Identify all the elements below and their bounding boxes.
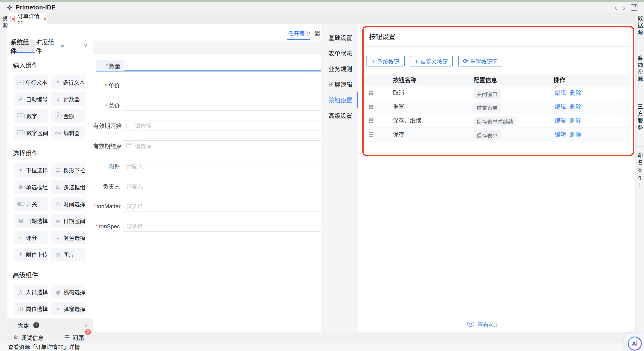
view-api-link[interactable]: 查看Api bbox=[467, 320, 497, 328]
field-input[interactable] bbox=[123, 100, 321, 111]
form-field-row[interactable]: *附件 请输入 bbox=[93, 161, 321, 171]
form-field-row[interactable]: *负责人 请输入 bbox=[93, 181, 321, 191]
tab-clipped[interactable]: 默 bbox=[315, 29, 321, 37]
form-field-row[interactable]: *数量 bbox=[96, 60, 321, 72]
toolbar-button[interactable]: + 自定义按钮 bbox=[410, 56, 453, 67]
tab-order-detail[interactable]: 订单详情22 × bbox=[8, 13, 47, 24]
field-input[interactable] bbox=[123, 80, 321, 90]
delete-link[interactable]: 删除 bbox=[570, 86, 581, 100]
save-icon[interactable] bbox=[631, 4, 638, 11]
component-item[interactable]: 123 数字 bbox=[14, 109, 48, 123]
component-item[interactable]: ▾ 下拉选择 bbox=[14, 163, 48, 177]
tab-close-icon[interactable]: × bbox=[44, 16, 47, 22]
field-input[interactable]: 请输入 bbox=[123, 181, 321, 191]
left-resource-rail: 资源 bbox=[0, 13, 8, 343]
form-field-row[interactable]: *有效期结束 请选择 bbox=[93, 140, 321, 151]
nav-back-icon[interactable]: ‹ bbox=[614, 4, 617, 11]
settings-nav-item[interactable]: 基础设置 bbox=[321, 30, 358, 46]
drag-handle-icon[interactable] bbox=[369, 119, 370, 120]
component-item[interactable]: A 单行文本 bbox=[14, 75, 48, 89]
eye-icon bbox=[467, 321, 474, 327]
required-asterisk: * bbox=[106, 63, 108, 69]
component-item[interactable]: 品 机构选择 bbox=[51, 285, 85, 298]
table-body: 取消 关闭窗口 编辑 删除 重置 重置表单 编辑 删除 保存并继续 保存表单并继… bbox=[364, 86, 630, 142]
component-item[interactable]: ¥ 金额 bbox=[51, 109, 85, 123]
tab-system-components[interactable]: 系统组件 bbox=[10, 40, 35, 53]
chevron-down-icon[interactable]: ∨ bbox=[84, 42, 88, 49]
app-logo-icon: ❖ bbox=[6, 4, 12, 12]
list-icon: ☰ bbox=[65, 334, 70, 341]
component-item[interactable]: ☰ 树形下拉 bbox=[51, 163, 85, 177]
delete-link[interactable]: 删除 bbox=[570, 100, 581, 114]
toolbar-button[interactable]: ⟳ 重置按钮区 bbox=[458, 56, 502, 67]
component-item[interactable]: ▧ 图片 bbox=[51, 248, 85, 261]
settings-nav-item[interactable]: 扩展逻辑 bbox=[321, 77, 358, 92]
component-list: 输入组件 A 单行文本 A 多行文本 # 自动编号 ± 计数器 bbox=[8, 53, 93, 319]
drag-handle-icon[interactable] bbox=[369, 91, 370, 92]
component-item[interactable]: 开关 bbox=[14, 197, 48, 211]
form-field-row[interactable]: *总价 bbox=[93, 100, 321, 111]
component-item[interactable]: ◫ 岗位选择 bbox=[14, 302, 48, 315]
component-item[interactable]: ▦ 日期选择 bbox=[14, 214, 48, 227]
component-item-label: 日期区间 bbox=[63, 217, 85, 225]
component-item[interactable]: ± 计数器 bbox=[51, 92, 85, 106]
tab-lowcode-form[interactable]: 低开表单 bbox=[288, 29, 310, 37]
edit-link[interactable]: 编辑 bbox=[554, 100, 566, 114]
form-field-row[interactable]: *tonSpec 请选择 bbox=[93, 221, 321, 232]
rail-item-datasource[interactable]: 数据源 bbox=[636, 15, 644, 37]
field-input[interactable]: 请选择 bbox=[123, 140, 321, 151]
field-input[interactable] bbox=[124, 61, 321, 71]
component-item[interactable]: ◷ 时间选择 bbox=[51, 197, 85, 211]
field-input[interactable]: 请选择 bbox=[123, 201, 321, 211]
rail-item-thirdparty[interactable]: 三方服务 bbox=[636, 104, 644, 132]
settings-nav-item[interactable]: 高级设置 bbox=[321, 108, 358, 123]
component-item[interactable]: 人 人员选择 bbox=[14, 285, 48, 298]
component-item[interactable]: ◉ 单选框组 bbox=[14, 180, 48, 194]
component-item[interactable]: 1~3 数字区间 bbox=[14, 126, 48, 140]
field-placeholder: 请选择 bbox=[135, 122, 151, 129]
component-item-label: 评分 bbox=[26, 234, 37, 241]
settings-nav-item[interactable]: 按钮设置 bbox=[321, 92, 358, 108]
settings-nav-item[interactable]: 业务规则 bbox=[321, 61, 358, 77]
form-field-row[interactable]: *单价 bbox=[93, 80, 321, 90]
component-item[interactable]: ↥ 附件上传 bbox=[14, 248, 48, 261]
component-item[interactable]: ▤ 日期区间 bbox=[51, 214, 85, 227]
debug-info-button[interactable]: ⚙ 调试信息 bbox=[13, 333, 44, 341]
issues-button[interactable]: ☰ 问题 2 bbox=[65, 333, 84, 341]
component-item[interactable]: # 自动编号 bbox=[14, 92, 48, 106]
edit-link[interactable]: 编辑 bbox=[554, 114, 566, 127]
drag-handle-icon[interactable] bbox=[369, 105, 370, 106]
field-placeholder: 请选择 bbox=[126, 202, 143, 210]
config-tag: 重置表单 bbox=[474, 103, 501, 113]
nav-forward-icon[interactable]: › bbox=[623, 4, 625, 11]
delete-link[interactable]: 删除 bbox=[570, 114, 581, 127]
form-field-row[interactable]: *tonMatter 请选择 bbox=[93, 201, 321, 211]
divider bbox=[636, 49, 644, 49]
field-input[interactable]: 请选择 bbox=[123, 221, 321, 232]
component-item[interactable]: ◒ 颜色选择 bbox=[51, 231, 85, 244]
field-input[interactable]: 请选择 bbox=[123, 120, 321, 131]
rail-item-offline[interactable]: 离线资源 bbox=[636, 55, 644, 83]
field-input[interactable]: 请输入 bbox=[123, 161, 321, 171]
tab-extension-components[interactable]: 扩展组件 bbox=[36, 40, 60, 52]
column-header-config: 配置信息 bbox=[474, 75, 497, 86]
component-item[interactable]: ☑ 多选框组 bbox=[51, 180, 85, 194]
component-item[interactable]: A 多行文本 bbox=[51, 75, 85, 89]
component-item-label: 数字 bbox=[26, 112, 37, 120]
field-placeholder: 请输入 bbox=[126, 162, 143, 170]
ai-assistant-button[interactable]: Ai bbox=[628, 336, 642, 350]
component-panel: 系统组件 扩展组件 ≡ ∨ 输入组件 A 单行文本 A 多行文本 # 自动编号 bbox=[8, 24, 94, 332]
rail-item-namedsql[interactable]: 命名Sql bbox=[636, 152, 644, 190]
form-field-row[interactable]: *有效期开始 请选择 bbox=[93, 120, 321, 131]
edit-link[interactable]: 编辑 bbox=[554, 86, 566, 100]
toolbar-button[interactable]: + 系统按钮 bbox=[366, 56, 405, 67]
edit-link[interactable]: 编辑 bbox=[554, 128, 566, 141]
panel-menu-icon[interactable]: ≡ bbox=[61, 43, 64, 49]
component-item[interactable]: A≡ 编辑器 bbox=[51, 126, 85, 140]
settings-nav-item[interactable]: 表单状态 bbox=[321, 46, 358, 61]
component-item[interactable]: ☆ 评分 bbox=[14, 231, 48, 244]
delete-link[interactable]: 删除 bbox=[570, 128, 581, 141]
drag-handle-icon[interactable] bbox=[369, 132, 370, 133]
component-item[interactable]: ⌕ 弹窗选择 bbox=[51, 302, 85, 315]
outline-bar[interactable]: 大纲 i › bbox=[8, 318, 93, 332]
